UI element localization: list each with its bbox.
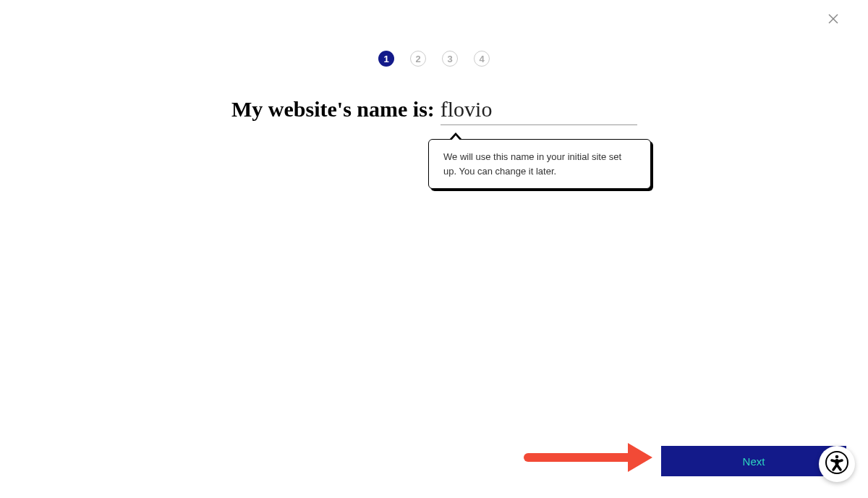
website-name-input[interactable] bbox=[441, 97, 637, 125]
step-4[interactable]: 4 bbox=[474, 51, 490, 67]
tooltip: We will use this name in your initial si… bbox=[428, 139, 651, 189]
tooltip-text: We will use this name in your initial si… bbox=[443, 150, 636, 178]
step-3[interactable]: 3 bbox=[442, 51, 458, 67]
step-2[interactable]: 2 bbox=[410, 51, 426, 67]
svg-point-5 bbox=[835, 455, 839, 459]
svg-marker-3 bbox=[628, 443, 652, 472]
close-icon bbox=[828, 14, 838, 27]
annotation-arrow-icon bbox=[524, 437, 654, 481]
website-name-row: My website's name is: bbox=[231, 97, 868, 125]
stepper: 1 2 3 4 bbox=[0, 51, 868, 67]
accessibility-icon bbox=[825, 451, 848, 477]
step-1: 1 bbox=[378, 51, 394, 67]
tooltip-arrow-icon bbox=[449, 132, 462, 140]
help-widget[interactable] bbox=[819, 446, 855, 482]
prompt-label: My website's name is: bbox=[231, 97, 435, 122]
close-button[interactable] bbox=[826, 13, 841, 28]
